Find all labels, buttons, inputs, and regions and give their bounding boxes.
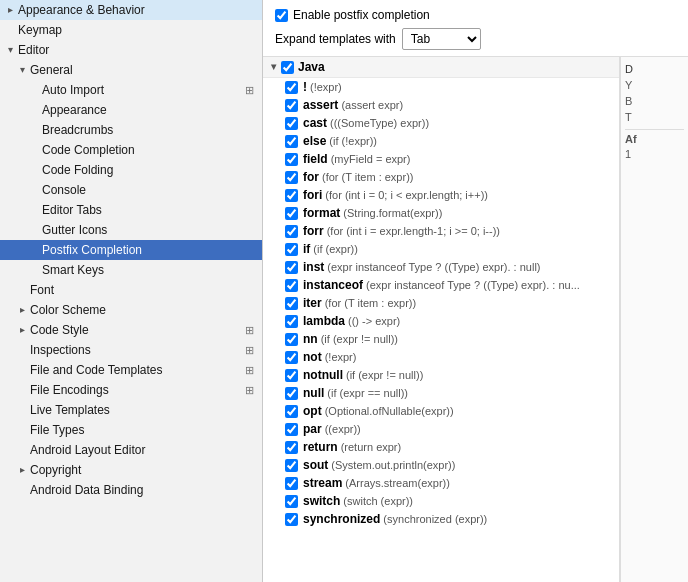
template-desc-stream: (Arrays.stream(expr)) — [345, 477, 450, 489]
template-checkbox-field[interactable] — [285, 153, 298, 166]
sidebar-item-general[interactable]: General — [0, 60, 262, 80]
sidebar-icon-file-code-templates: ⊞ — [245, 364, 254, 377]
template-checkbox-notnull[interactable] — [285, 369, 298, 382]
tree-arrow-copyright — [16, 464, 28, 476]
template-checkbox-par[interactable] — [285, 423, 298, 436]
template-checkbox-sout[interactable] — [285, 459, 298, 472]
template-checkbox-not[interactable] — [285, 351, 298, 364]
template-item[interactable]: forr(for (int i = expr.length-1; i >= 0;… — [263, 222, 619, 240]
sidebar-label-console: Console — [42, 183, 258, 197]
template-item[interactable]: !(!expr) — [263, 78, 619, 96]
enable-postfix-checkbox[interactable] — [275, 9, 288, 22]
template-item[interactable]: sout(System.out.println(expr)) — [263, 456, 619, 474]
panel-top: Enable postfix completion Expand templat… — [263, 0, 688, 57]
template-checkbox-nn[interactable] — [285, 333, 298, 346]
sidebar-item-code-folding[interactable]: Code Folding — [0, 160, 262, 180]
expand-select[interactable]: Tab Enter Space — [402, 28, 481, 50]
template-item[interactable]: else(if (!expr)) — [263, 132, 619, 150]
template-checkbox-stream[interactable] — [285, 477, 298, 490]
template-name-null: null — [303, 386, 324, 400]
template-checkbox-inst[interactable] — [285, 261, 298, 274]
java-group-checkbox[interactable] — [281, 61, 294, 74]
sidebar-item-postfix-completion[interactable]: Postfix Completion — [0, 240, 262, 260]
template-checkbox-iter[interactable] — [285, 297, 298, 310]
sidebar-item-android-data-binding[interactable]: Android Data Binding — [0, 480, 262, 500]
template-item[interactable]: fori(for (int i = 0; i < expr.length; i+… — [263, 186, 619, 204]
template-item[interactable]: inst(expr instanceof Type ? ((Type) expr… — [263, 258, 619, 276]
template-item[interactable]: return(return expr) — [263, 438, 619, 456]
sidebar-item-gutter-icons[interactable]: Gutter Icons — [0, 220, 262, 240]
sidebar-item-code-style[interactable]: Code Style⊞ — [0, 320, 262, 340]
template-item[interactable]: par((expr)) — [263, 420, 619, 438]
sidebar-item-file-code-templates[interactable]: File and Code Templates⊞ — [0, 360, 262, 380]
template-item[interactable]: if(if (expr)) — [263, 240, 619, 258]
template-item[interactable]: field(myField = expr) — [263, 150, 619, 168]
sidebar-item-breadcrumbs[interactable]: Breadcrumbs — [0, 120, 262, 140]
sidebar-item-android-layout-editor[interactable]: Android Layout Editor — [0, 440, 262, 460]
java-group-header[interactable]: Java — [263, 57, 619, 78]
sidebar-item-code-completion[interactable]: Code Completion — [0, 140, 262, 160]
template-item[interactable]: synchronized(synchronized (expr)) — [263, 510, 619, 528]
template-item[interactable]: assert(assert expr) — [263, 96, 619, 114]
sidebar-item-auto-import[interactable]: Auto Import⊞ — [0, 80, 262, 100]
template-checkbox-synchronized[interactable] — [285, 513, 298, 526]
template-desc-par: ((expr)) — [325, 423, 361, 435]
template-name-sout: sout — [303, 458, 328, 472]
template-item[interactable]: nn(if (expr != null)) — [263, 330, 619, 348]
template-desc-return: (return expr) — [341, 441, 402, 453]
template-checkbox-![interactable] — [285, 81, 298, 94]
template-checkbox-assert[interactable] — [285, 99, 298, 112]
template-checkbox-cast[interactable] — [285, 117, 298, 130]
template-desc-else: (if (!expr)) — [329, 135, 377, 147]
template-item[interactable]: notnull(if (expr != null)) — [263, 366, 619, 384]
template-checkbox-switch[interactable] — [285, 495, 298, 508]
sidebar-item-keymap[interactable]: Keymap — [0, 20, 262, 40]
template-item[interactable]: not(!expr) — [263, 348, 619, 366]
template-checkbox-for[interactable] — [285, 171, 298, 184]
sidebar-item-copyright[interactable]: Copyright — [0, 460, 262, 480]
template-name-stream: stream — [303, 476, 342, 490]
template-item[interactable]: cast(((SomeType) expr)) — [263, 114, 619, 132]
template-checkbox-else[interactable] — [285, 135, 298, 148]
sidebar-item-file-types[interactable]: File Types — [0, 420, 262, 440]
template-item[interactable]: switch(switch (expr)) — [263, 492, 619, 510]
template-desc-nn: (if (expr != null)) — [321, 333, 398, 345]
sidebar-item-color-scheme[interactable]: Color Scheme — [0, 300, 262, 320]
template-desc-!: (!expr) — [310, 81, 342, 93]
sidebar-item-font[interactable]: Font — [0, 280, 262, 300]
sidebar-item-appearance[interactable]: Appearance — [0, 100, 262, 120]
sidebar-item-editor[interactable]: Editor — [0, 40, 262, 60]
template-checkbox-forr[interactable] — [285, 225, 298, 238]
template-checkbox-null[interactable] — [285, 387, 298, 400]
sidebar-label-breadcrumbs: Breadcrumbs — [42, 123, 258, 137]
template-name-synchronized: synchronized — [303, 512, 380, 526]
template-checkbox-opt[interactable] — [285, 405, 298, 418]
sidebar-item-inspections[interactable]: Inspections⊞ — [0, 340, 262, 360]
template-checkbox-return[interactable] — [285, 441, 298, 454]
template-item[interactable]: opt(Optional.ofNullable(expr)) — [263, 402, 619, 420]
template-item[interactable]: lambda(() -> expr) — [263, 312, 619, 330]
sidebar-item-appearance-behavior[interactable]: Appearance & Behavior — [0, 0, 262, 20]
template-item[interactable]: instanceof(expr instanceof Type ? ((Type… — [263, 276, 619, 294]
java-group-label: Java — [298, 60, 325, 74]
sidebar-item-smart-keys[interactable]: Smart Keys — [0, 260, 262, 280]
template-name-format: format — [303, 206, 340, 220]
sidebar-item-live-templates[interactable]: Live Templates — [0, 400, 262, 420]
template-item[interactable]: format(String.format(expr)) — [263, 204, 619, 222]
template-checkbox-instanceof[interactable] — [285, 279, 298, 292]
enable-row: Enable postfix completion — [275, 8, 676, 22]
template-item[interactable]: null(if (expr == null)) — [263, 384, 619, 402]
template-checkbox-if[interactable] — [285, 243, 298, 256]
sidebar-item-console[interactable]: Console — [0, 180, 262, 200]
template-item[interactable]: for(for (T item : expr)) — [263, 168, 619, 186]
template-item[interactable]: iter(for (T item : expr)) — [263, 294, 619, 312]
sidebar-label-file-encodings: File Encodings — [30, 383, 245, 397]
sidebar-item-editor-tabs[interactable]: Editor Tabs — [0, 200, 262, 220]
template-checkbox-lambda[interactable] — [285, 315, 298, 328]
template-checkbox-fori[interactable] — [285, 189, 298, 202]
template-item[interactable]: stream(Arrays.stream(expr)) — [263, 474, 619, 492]
template-desc-opt: (Optional.ofNullable(expr)) — [325, 405, 454, 417]
sidebar-item-file-encodings[interactable]: File Encodings⊞ — [0, 380, 262, 400]
template-name-nn: nn — [303, 332, 318, 346]
template-checkbox-format[interactable] — [285, 207, 298, 220]
